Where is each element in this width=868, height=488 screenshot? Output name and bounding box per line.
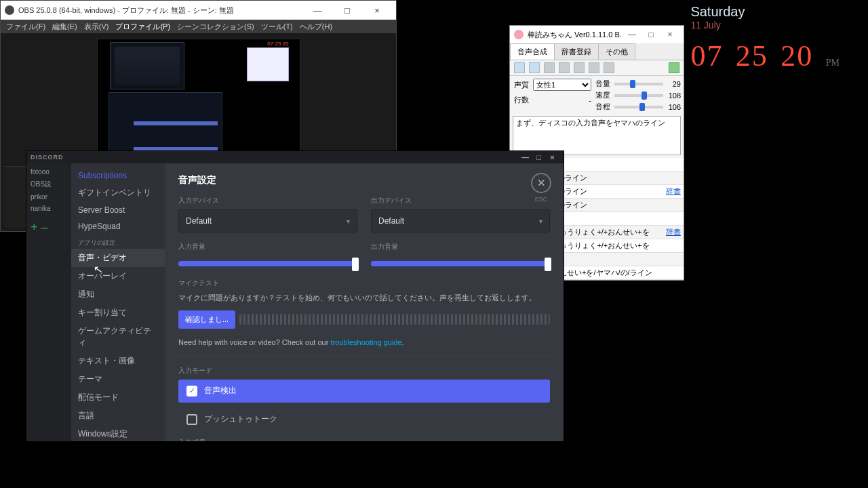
obs-menu-item[interactable]: ツール(T) <box>261 22 293 32</box>
sidebar-item[interactable]: 通知 <box>71 285 165 304</box>
bouyomi-tab[interactable]: その他 <box>598 43 635 60</box>
discord-window[interactable]: DISCORD — □ × fotoooOBS設prikornanika+ – … <box>26 150 564 442</box>
obs-preview-source-c[interactable] <box>108 92 222 157</box>
slider-value: 108 <box>666 92 681 100</box>
gutter-item[interactable]: OBS設 <box>28 178 70 191</box>
obs-menu-item[interactable]: ファイル(F) <box>6 22 45 32</box>
obs-preview-source-b[interactable] <box>247 47 289 81</box>
sidebar-item[interactable]: ゲームアクティビティ <box>71 322 165 352</box>
rows-label: 行数 <box>514 95 533 105</box>
add-server-button[interactable]: + – <box>28 218 70 237</box>
play-icon[interactable] <box>544 62 555 73</box>
obs-menu-item[interactable]: 編集(E) <box>52 22 77 32</box>
output-volume-label: 出力音量 <box>371 242 550 251</box>
bouyomi-close-button[interactable]: × <box>660 30 679 39</box>
refresh-icon[interactable] <box>669 62 679 73</box>
obs-titlebar[interactable]: OBS 25.0.8 (64-bit, windows) - プロファイル: 無… <box>1 1 396 20</box>
slider-track[interactable] <box>614 106 663 108</box>
sidebar-item[interactable]: 言語 <box>71 407 165 425</box>
stop-icon[interactable] <box>574 62 585 73</box>
edit-icon[interactable] <box>589 62 599 73</box>
slider-label: 速度 <box>595 90 612 100</box>
sidebar-item[interactable]: Subscriptions <box>71 167 165 184</box>
close-icon[interactable]: ✕ <box>531 173 551 193</box>
checkbox-icon <box>186 414 197 425</box>
input-volume-label: 入力音量 <box>178 242 357 251</box>
bouyomi-titlebar[interactable]: 棒読みちゃん Ver0.1.11.0 B... — □ × <box>510 26 684 43</box>
obs-menu-item[interactable]: 表示(V) <box>84 22 109 32</box>
voice-select[interactable]: 女性1 <box>533 79 591 91</box>
esc-label: ESC <box>531 196 551 203</box>
slider-label: 音程 <box>595 102 612 112</box>
bouyomi-tab[interactable]: 辞書登録 <box>554 43 599 60</box>
sidebar-item[interactable]: Windows設定 <box>71 425 165 441</box>
discord-minimize-button[interactable]: — <box>519 153 532 161</box>
dict-link[interactable]: 辞書 <box>666 186 681 197</box>
obs-menu-item[interactable]: ヘルプ(H) <box>300 22 332 32</box>
discord-settings-main: ✕ ESC 音声設定 入力デバイス Default ▾ 出力デバイス Defau… <box>165 163 564 441</box>
sidebar-item[interactable]: テーマ <box>71 370 165 388</box>
input-mode-ptt[interactable]: プッシュトゥトーク <box>178 408 550 431</box>
input-volume-slider[interactable] <box>178 261 357 266</box>
input-mode-voice-activity[interactable]: ✓ 音声検出 <box>178 380 550 403</box>
voice-label: 声質 <box>514 80 533 90</box>
bouyomi-textarea[interactable]: まず、ディスコの入力音声をヤマハのライン <box>513 116 681 155</box>
settings-heading: 音声設定 <box>178 174 550 186</box>
obs-close-button[interactable]: × <box>362 5 392 16</box>
discord-close-button[interactable]: × <box>546 153 559 161</box>
bouyomi-tool-icon[interactable] <box>514 62 525 73</box>
obs-maximize-button[interactable]: □ <box>332 5 362 16</box>
clock-ampm: PM <box>826 58 840 68</box>
discord-settings-sidebar[interactable]: SubscriptionsギフトインベントリServer BoostHypeSq… <box>71 163 165 441</box>
sidebar-item[interactable]: Server Boost <box>71 202 165 218</box>
obs-menu-item[interactable]: プロファイル(P) <box>115 22 170 32</box>
clock-hours: 07 <box>690 39 723 73</box>
sidebar-item[interactable]: 配信モード <box>71 388 165 407</box>
output-device-select[interactable]: Default ▾ <box>371 209 550 232</box>
obs-minimize-button[interactable]: — <box>302 5 332 16</box>
bouyomi-tab[interactable]: 音声合成 <box>510 43 555 60</box>
sidebar-item[interactable]: HypeSquad <box>71 218 165 235</box>
bouyomi-tabs[interactable]: 音声合成辞書登録その他 <box>510 43 684 60</box>
troubleshooting-link[interactable]: troubleshooting guide <box>330 338 401 346</box>
sidebar-item[interactable]: テキスト・画像 <box>71 352 165 370</box>
bouyomi-toolbar[interactable] <box>510 60 684 76</box>
mic-test-description: マイクに問題がありますか？テストを始め、何でもいいので話してください。声を再生し… <box>178 292 550 304</box>
gutter-item[interactable]: nanika <box>28 203 70 214</box>
input-device-select[interactable]: Default ▾ <box>178 209 357 232</box>
input-mode-label: 入力モード <box>178 366 550 375</box>
mic-level-meter <box>239 314 550 325</box>
chevron-down-icon: ▾ <box>347 218 350 225</box>
sidebar-item[interactable]: オーバーレイ <box>71 267 165 285</box>
bouyomi-minimize-button[interactable]: — <box>623 30 642 39</box>
output-volume-slider[interactable] <box>371 261 550 266</box>
obs-preview[interactable]: 07 25 20 <box>97 39 300 161</box>
slider-track[interactable] <box>614 83 663 85</box>
bouyomi-maximize-button[interactable]: □ <box>642 30 660 39</box>
forward-icon[interactable] <box>559 62 570 73</box>
slider-track[interactable] <box>614 94 663 97</box>
obs-menubar[interactable]: ファイル(F)編集(E)表示(V)プロファイル(P)シーンコレクション(S)ツー… <box>1 20 396 33</box>
settings-close[interactable]: ✕ ESC <box>531 173 551 203</box>
obs-preview-source-a[interactable] <box>110 42 184 89</box>
sidebar-item[interactable]: ギフトインベントリ <box>71 184 165 202</box>
sidebar-section-header: アプリの設定 <box>71 235 165 249</box>
discord-server-gutter[interactable]: fotoooOBS設prikornanika+ – <box>26 163 71 441</box>
bouyomi-title: 棒読みちゃん Ver0.1.11.0 B... <box>528 30 623 40</box>
sidebar-item[interactable]: 音声・ビデオ <box>71 249 165 267</box>
sensitivity-label: 入力感度 <box>178 438 550 442</box>
obs-app-icon <box>5 5 14 15</box>
discord-titlebar[interactable]: DISCORD — □ × <box>26 151 564 163</box>
discord-maximize-button[interactable]: □ <box>532 153 546 161</box>
gutter-item[interactable]: fotooo <box>28 166 70 178</box>
obs-menu-item[interactable]: シーンコレクション(S) <box>177 22 254 32</box>
discord-title: DISCORD <box>31 154 64 161</box>
calendar-icon[interactable] <box>604 62 614 73</box>
bouyomi-tool-icon[interactable] <box>529 62 540 73</box>
slider-value: 29 <box>666 80 681 88</box>
checkbox-icon: ✓ <box>186 386 197 396</box>
gutter-item[interactable]: prikor <box>28 191 70 203</box>
mic-test-button[interactable]: 確認しまし... <box>178 310 235 329</box>
dict-link[interactable]: 辞書 <box>666 227 681 237</box>
sidebar-item[interactable]: キー割り当て <box>71 304 165 322</box>
